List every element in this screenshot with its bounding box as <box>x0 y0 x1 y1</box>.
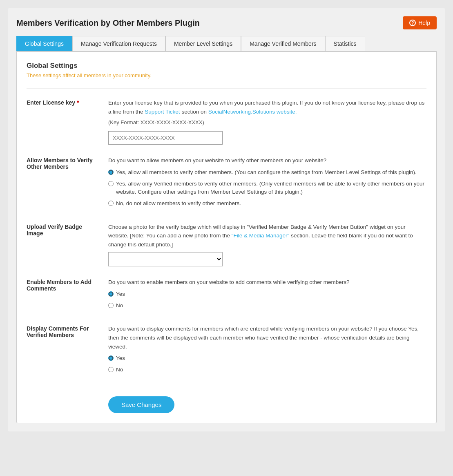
save-button-wrapper: Save Changes <box>27 389 426 413</box>
radio-item-comments-no: No <box>108 302 426 310</box>
help-icon: ? <box>409 20 416 26</box>
required-indicator: * <box>77 99 79 106</box>
radio-label-display-yes[interactable]: Yes <box>116 354 125 362</box>
key-format-hint: (Key Format: XXXX-XXXX-XXXX-XXXX) <box>108 118 426 127</box>
label-allow-verify: Allow Members to Verify Other Members <box>27 156 100 211</box>
radio-label-all[interactable]: Yes, allow all members to verify other m… <box>116 168 417 177</box>
tab-manage-verified-members[interactable]: Manage Verified Members <box>241 36 325 51</box>
radio-display-yes[interactable] <box>108 355 114 361</box>
tab-global-settings[interactable]: Global Settings <box>16 36 72 51</box>
section-divider <box>27 88 426 89</box>
badge-image-dropdown[interactable] <box>108 252 223 266</box>
content-display-comments: Do you want to display comments for memb… <box>108 324 426 377</box>
setting-row-enable-comments: Enable Members to Add Comments Do you wa… <box>27 278 426 313</box>
radio-allow-all[interactable] <box>108 170 114 175</box>
radio-allow-no[interactable] <box>108 201 114 206</box>
section-title: Global Settings <box>27 62 426 70</box>
page-wrapper: Members Verification by Other Members Pl… <box>8 8 445 431</box>
tabs-container: Global Settings Manage Verification Requ… <box>16 36 437 52</box>
display-comments-radio-group: Yes No <box>108 354 426 374</box>
license-description: Enter your license key that is provided … <box>108 98 426 116</box>
radio-display-no[interactable] <box>108 367 114 372</box>
setting-row-badge-image: Upload Verify Badge Image Choose a photo… <box>27 223 426 267</box>
radio-item-comments-yes: Yes <box>108 290 426 298</box>
file-media-manager-link[interactable]: "File & Media Manager" <box>232 232 290 239</box>
setting-row-display-comments: Display Comments For Verified Members Do… <box>27 324 426 377</box>
label-license-key: Enter License key * <box>27 98 100 145</box>
content-enable-comments: Do you want to enable members on your we… <box>108 278 426 313</box>
save-changes-button[interactable]: Save Changes <box>108 396 174 413</box>
content-panel: Global Settings These settings affect al… <box>16 52 437 423</box>
radio-label-display-no[interactable]: No <box>116 366 123 374</box>
radio-label-comments-yes[interactable]: Yes <box>116 290 125 298</box>
setting-row-allow-verify: Allow Members to Verify Other Members Do… <box>27 156 426 211</box>
label-display-comments: Display Comments For Verified Members <box>27 324 100 377</box>
label-enable-comments: Enable Members to Add Comments <box>27 278 100 313</box>
tab-member-level-settings[interactable]: Member Level Settings <box>165 36 241 51</box>
support-ticket-link[interactable]: Support Ticket <box>145 109 180 115</box>
radio-item-verified-only: Yes, allow only Verified members to veri… <box>108 180 426 197</box>
page-title: Members Verification by Other Members Pl… <box>16 18 200 28</box>
allow-verify-question: Do you want to allow members on your web… <box>108 156 426 165</box>
section-subtitle: These settings affect all members in you… <box>27 72 426 78</box>
radio-label-no[interactable]: No, do not allow members to verify other… <box>116 199 241 208</box>
radio-allow-verified-only[interactable] <box>108 181 114 186</box>
label-badge-image: Upload Verify Badge Image <box>27 223 100 267</box>
radio-label-comments-no[interactable]: No <box>116 302 123 310</box>
radio-item-display-yes: Yes <box>108 354 426 362</box>
content-badge-image: Choose a photo for the verify badge whic… <box>108 223 426 267</box>
content-license-key: Enter your license key that is provided … <box>108 98 426 145</box>
help-button-label: Help <box>418 20 430 26</box>
license-key-input[interactable] <box>108 131 223 145</box>
allow-verify-radio-group: Yes, allow all members to verify other m… <box>108 168 426 208</box>
page-header: Members Verification by Other Members Pl… <box>16 16 437 29</box>
radio-item-no-verify: No, do not allow members to verify other… <box>108 199 426 208</box>
radio-item-display-no: No <box>108 366 426 374</box>
setting-row-license: Enter License key * Enter your license k… <box>27 98 426 145</box>
socialnetworking-link[interactable]: SocialNetworking.Solutions website. <box>208 109 297 115</box>
radio-item-all: Yes, allow all members to verify other m… <box>108 168 426 177</box>
tab-manage-verification-requests[interactable]: Manage Verification Requests <box>72 36 165 51</box>
enable-comments-question: Do you want to enable members on your we… <box>108 278 426 287</box>
display-comments-question: Do you want to display comments for memb… <box>108 324 426 351</box>
radio-comments-yes[interactable] <box>108 291 114 297</box>
help-button[interactable]: ? Help <box>403 16 437 29</box>
radio-label-verified-only[interactable]: Yes, allow only Verified members to veri… <box>116 180 426 197</box>
tab-statistics[interactable]: Statistics <box>325 36 365 51</box>
enable-comments-radio-group: Yes No <box>108 290 426 310</box>
radio-comments-no[interactable] <box>108 303 114 308</box>
badge-description: Choose a photo for the verify badge whic… <box>108 223 426 249</box>
content-allow-verify: Do you want to allow members on your web… <box>108 156 426 211</box>
